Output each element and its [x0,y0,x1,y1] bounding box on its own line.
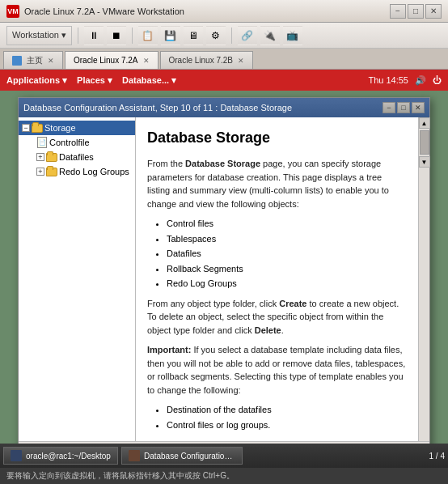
tab-linux72b-close[interactable]: ✕ [238,57,244,65]
tree-item-redolog[interactable]: + Redo Log Groups [19,164,135,179]
app-bar: Applications ▾ Places ▾ Database... ▾ Th… [0,70,448,91]
tree-expand-storage[interactable]: − [22,124,30,132]
important-item-2: Control files or log groups. [167,418,407,432]
tab-bar: 主页 ✕ Oracle Linux 7.2A ✕ Oracle Linux 7.… [0,49,448,70]
clock: Thu 14:55 [368,75,408,85]
workstation-menu[interactable]: Workstation ▾ [6,26,72,45]
tree-item-datafiles[interactable]: + Datafiles [19,150,135,164]
important-item-1: Destination of the datafiles [167,403,407,417]
places-menu[interactable]: Places ▾ [77,75,112,86]
list-item-3: Datafiles [167,247,407,261]
app-bar-left: Applications ▾ Places ▾ Database... ▾ [6,75,176,86]
settings-button[interactable]: ⚙ [206,26,226,45]
home-icon [12,56,22,66]
dialog-maximize-button[interactable]: □ [397,102,410,113]
dialog-database-storage: Database Configuration Assistant, Step 1… [18,97,430,484]
content-bullet-list: Control files Tablespaces Datafiles Roll… [167,217,407,291]
controlfile-icon: 📄 [36,137,48,148]
close-button[interactable]: ✕ [425,4,442,19]
desktop-icon [11,450,22,461]
power-icon[interactable]: ⏻ [433,75,442,85]
tab-linux72b[interactable]: Oracle Linux 7.2B ✕ [160,51,254,69]
tab-linux72a-label: Oracle Linux 7.2A [74,56,138,65]
title-bar-left: VM Oracle Linux 7.2A - VMware Workstatio… [6,5,184,18]
usb-button[interactable]: 🔌 [260,26,280,45]
tree-label-datafiles: Datafiles [59,152,94,162]
volume-icon[interactable]: 🔊 [415,75,426,86]
tree-label-controlfile: Controlfile [49,138,90,147]
storage-folder-icon [32,122,43,134]
content-para1: From the Database Storage page, you can … [147,157,407,210]
app-bar-right: Thu 14:55 🔊 ⏻ [368,75,442,86]
tree-item-controlfile[interactable]: 📄 Controlfile [19,135,135,150]
desktop-area: Database Configuration Assistant, Step 1… [0,91,448,484]
content-para2: From any object type folder, click Creat… [147,297,407,338]
status-bar: 要将输入定向到该虚拟机，请将鼠标指针移入其中或按 Ctrl+G。 [0,468,448,484]
tab-home[interactable]: 主页 ✕ [3,51,63,69]
taskbar: oracle@rac1:~/Desktop Database Configura… [0,444,448,468]
save-button[interactable]: 💾 [161,26,180,45]
snapshot-button[interactable]: 📋 [138,26,158,45]
database-menu[interactable]: Database... ▾ [122,75,176,86]
dialog-controls: − □ ✕ [382,102,425,113]
maximize-button[interactable]: □ [408,4,424,19]
list-item-1: Control files [167,217,407,231]
content-para4: For more information, refer to the Oracl… [147,438,407,441]
display-button[interactable]: 📺 [283,26,302,45]
minimize-button[interactable]: − [390,4,406,19]
dialog-close-button[interactable]: ✕ [412,102,425,113]
list-item-2: Tablespaces [167,232,407,246]
network-button[interactable]: 🔗 [238,26,257,45]
dialog-body: − Storage 📄 Controlfile + [19,117,429,441]
tab-home-close[interactable]: ✕ [48,57,54,65]
tab-home-label: 主页 [27,55,43,66]
tree-item-storage[interactable]: − Storage [19,121,135,135]
dialog-minimize-button[interactable]: − [382,102,395,113]
taskbar-dbca-label: Database Configuration Assistant,... [144,452,235,461]
toolbar-separator-2 [132,28,133,44]
tab-linux72b-label: Oracle Linux 7.2B [169,56,234,65]
app-icon: VM [6,5,19,18]
list-item-4: Rollback Segments [167,262,407,276]
status-text: 要将输入定向到该虚拟机，请将鼠标指针移入其中或按 Ctrl+G。 [6,470,235,482]
stop-button[interactable]: ⏹ [107,26,126,45]
tree-label-storage: Storage [44,123,76,133]
tree-panel: − Storage 📄 Controlfile + [19,117,136,441]
window-title: Oracle Linux 7.2A - VMware Workstation [24,6,184,16]
window-controls: − □ ✕ [390,4,442,19]
content-para3: Important: If you select a database temp… [147,343,407,397]
taskbar-right: 1 / 4 [429,452,445,461]
scroll-up-arrow[interactable]: ▲ [419,117,430,129]
toolbar-separator-3 [231,28,232,44]
taskbar-item-desktop[interactable]: oracle@rac1:~/Desktop [3,447,118,465]
taskbar-desktop-label: oracle@rac1:~/Desktop [26,452,111,461]
taskbar-item-dbca[interactable]: Database Configuration Assistant,... [121,447,243,465]
screen-button[interactable]: 🖥 [184,26,203,45]
toolbar-separator-1 [78,28,78,44]
content-important-list: Destination of the datafiles Control fil… [167,403,407,431]
toolbar: Workstation ▾ ⏸ ⏹ 📋 💾 🖥 ⚙ 🔗 🔌 📺 [0,23,448,49]
tab-linux72a-close[interactable]: ✕ [143,57,150,65]
pause-button[interactable]: ⏸ [84,26,104,45]
dialog-title: Database Configuration Assistant, Step 1… [23,103,382,113]
tree-label-redolog: Redo Log Groups [59,167,129,176]
dbca-icon [129,450,140,461]
scrollbar[interactable]: ▲ ▼ [418,117,429,441]
tree-expand-datafiles[interactable]: + [36,153,44,161]
redolog-folder-icon [46,166,57,177]
content-panel: Database Storage From the Database Stora… [136,117,418,441]
scroll-down-arrow[interactable]: ▼ [419,156,430,168]
tab-linux72a[interactable]: Oracle Linux 7.2A ✕ [65,51,158,69]
scroll-thumb[interactable] [420,130,429,155]
list-item-5: Redo Log Groups [167,277,407,291]
dialog-titlebar: Database Configuration Assistant, Step 1… [19,98,429,117]
tree-expand-redolog[interactable]: + [36,168,44,176]
datafiles-folder-icon [46,151,57,163]
content-heading: Database Storage [147,127,407,149]
page-indicator: 1 / 4 [429,452,445,461]
applications-menu[interactable]: Applications ▾ [6,75,67,86]
title-bar: VM Oracle Linux 7.2A - VMware Workstatio… [0,0,448,23]
